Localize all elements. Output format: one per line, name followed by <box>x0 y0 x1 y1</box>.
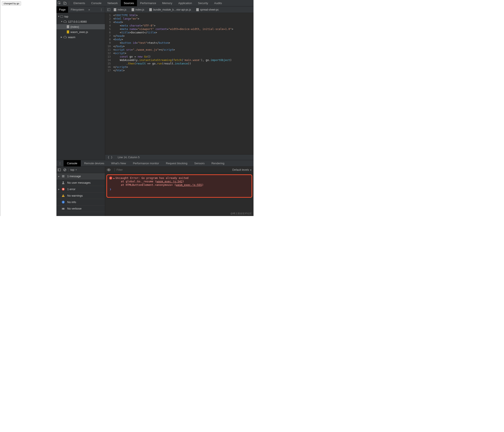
tab-network[interactable]: Network <box>104 0 121 6</box>
filter-label: No warnings <box>67 194 83 197</box>
bug-icon <box>61 207 65 210</box>
tab-performance[interactable]: Performance <box>137 0 159 6</box>
tree-label: wasm_exec.js <box>71 30 88 34</box>
overflow-chevrons-icon[interactable]: » <box>87 8 92 11</box>
separator <box>69 1 69 5</box>
console-prompt[interactable]: ❯ <box>109 188 249 191</box>
drawer-tab-rendering[interactable]: Rendering <box>208 160 228 166</box>
file-icon <box>196 8 199 11</box>
console-sidebar: top ▼ ▶ 1 message No user messages <box>56 167 105 216</box>
drawer-tab-remote-devices[interactable]: Remote devices <box>81 160 108 166</box>
tab-application[interactable]: Application <box>175 0 195 6</box>
sources-navigator: Page Filesystem » ⋮ ▼ top ▼ 127.0.0.1:80… <box>56 7 105 160</box>
tree-label: wasm <box>68 36 75 39</box>
stack-link[interactable]: wasm_exec.js:542 <box>157 180 182 183</box>
drawer-tab-sensors[interactable]: Sensors <box>191 160 208 166</box>
error-icon <box>61 188 65 191</box>
svg-rect-5 <box>58 169 61 171</box>
filter-messages[interactable]: ▶ 1 message <box>56 173 105 179</box>
rendered-page: changed by go <box>0 0 56 216</box>
drawer-tab-performance-monitor[interactable]: Performance monitor <box>129 160 162 166</box>
tab-console[interactable]: Console <box>88 0 104 6</box>
drawer-tab-what-s-new[interactable]: What's New <box>108 160 129 166</box>
tab-elements[interactable]: Elements <box>71 0 88 6</box>
devtools: ElementsConsoleNetworkSourcesPerformance… <box>56 0 253 216</box>
file-icon <box>132 8 134 11</box>
tab-filesystem[interactable]: Filesystem <box>68 7 87 13</box>
filter-errors[interactable]: ▶ 1 error <box>56 186 105 193</box>
tab-security[interactable]: Security <box>195 0 211 6</box>
page-test-button[interactable]: changed by go <box>2 1 21 6</box>
file-tab[interactable]: index.js <box>111 7 129 13</box>
stack-link[interactable]: wasm_exec.js:555 <box>176 183 202 187</box>
toggle-sidebar-icon[interactable] <box>56 169 62 171</box>
tree-label: (index) <box>71 25 79 28</box>
tree-host[interactable]: ▼ 127.0.0.1:8080 <box>56 19 105 24</box>
filter-label: No info <box>67 200 76 204</box>
filter-label: No verbose <box>67 207 81 210</box>
devtools-top-tabbar: ElementsConsoleNetworkSourcesPerformance… <box>56 0 253 7</box>
more-options-icon[interactable]: ⋮ <box>98 8 105 11</box>
line-gutter: 1234567891011121314151617 <box>105 13 112 154</box>
editor: index.jsindex.jsbundle_module_b…vior-api… <box>105 7 253 160</box>
info-icon <box>61 200 65 204</box>
cloud-icon <box>63 35 67 39</box>
frame-icon <box>60 15 63 18</box>
tab-audits[interactable]: Audits <box>211 0 225 6</box>
code-area[interactable]: 1234567891011121314151617 <!DOCTYPE html… <box>105 13 253 154</box>
console-toolbar: top ▼ <box>56 167 105 173</box>
tree-label: 127.0.0.1:8080 <box>68 20 87 23</box>
file-icon <box>114 8 116 11</box>
svg-point-12 <box>63 181 64 183</box>
tab-page[interactable]: Page <box>56 7 68 13</box>
code-content[interactable]: <!DOCTYPE html><html lang="en"><head> <m… <box>112 13 253 154</box>
warning-icon <box>61 194 65 197</box>
drawer-tabs: ⋮ ConsoleRemote devicesWhat's NewPerform… <box>56 160 253 167</box>
drawer: ⋮ ConsoleRemote devicesWhat's NewPerform… <box>56 160 253 216</box>
drawer-more-icon[interactable]: ⋮ <box>56 162 63 165</box>
tree-wasm-folder[interactable]: ▶ wasm <box>56 35 105 40</box>
error-message: Uncaught Error: Go program has already e… <box>116 176 189 180</box>
watermark: @稀土掘金技术社区 <box>230 212 252 215</box>
live-expression-icon[interactable] <box>107 169 111 171</box>
console-error-entry[interactable]: ✕ ▶ Uncaught Error: Go program has alrea… <box>106 174 252 198</box>
file-tab[interactable]: spread-sheet-pc <box>194 7 221 13</box>
js-file-icon <box>67 30 69 33</box>
tab-memory[interactable]: Memory <box>159 0 175 6</box>
editor-statusbar: { } Line 14, Column 5 <box>105 154 253 160</box>
svg-rect-18 <box>63 201 63 202</box>
device-toolbar-icon[interactable] <box>62 0 68 6</box>
filter-label: 1 message <box>67 175 81 178</box>
filter-label: 1 error <box>67 188 75 191</box>
context-selector[interactable]: top <box>70 168 75 171</box>
cloud-icon <box>63 20 67 23</box>
drawer-tab-console[interactable]: Console <box>63 160 81 166</box>
tree-wasm-exec[interactable]: wasm_exec.js <box>56 29 105 35</box>
tree-index[interactable]: (index) <box>56 24 105 29</box>
expand-icon[interactable]: ▶ <box>114 177 115 180</box>
filter-user[interactable]: No user messages <box>56 179 105 186</box>
cursor-position: Line 14, Column 5 <box>118 156 140 159</box>
file-tree: ▼ top ▼ 127.0.0.1:8080 (index) wasm <box>56 13 105 160</box>
filter-label: No user messages <box>67 181 90 184</box>
console-filter-input[interactable] <box>117 168 230 171</box>
file-tab[interactable]: index.js <box>129 7 147 13</box>
tree-top[interactable]: ▼ top <box>56 14 105 19</box>
svg-rect-2 <box>65 3 66 4</box>
filter-warnings[interactable]: No warnings <box>56 193 105 199</box>
svg-point-21 <box>108 169 109 170</box>
drawer-tab-request-blocking[interactable]: Request blocking <box>162 160 191 166</box>
pretty-print-icon[interactable]: { } <box>108 156 113 159</box>
svg-rect-14 <box>63 195 63 196</box>
console-output-pane: Default levels ▼ ✕ ▶ Uncaught Error: Go … <box>105 167 253 216</box>
filter-verbose[interactable]: No verbose <box>56 206 105 212</box>
clear-console-icon[interactable] <box>62 168 68 171</box>
filter-info[interactable]: No info <box>56 199 105 206</box>
list-icon <box>61 175 65 178</box>
tab-sources[interactable]: Sources <box>121 0 137 6</box>
log-levels-dropdown[interactable]: Default levels ▼ <box>230 168 252 171</box>
inspect-element-icon[interactable] <box>56 0 62 6</box>
show-navigator-icon[interactable] <box>106 9 111 11</box>
error-badge-icon: ✕ <box>109 177 112 179</box>
file-tab[interactable]: bundle_module_b…vior-api-pc.js <box>147 7 193 13</box>
